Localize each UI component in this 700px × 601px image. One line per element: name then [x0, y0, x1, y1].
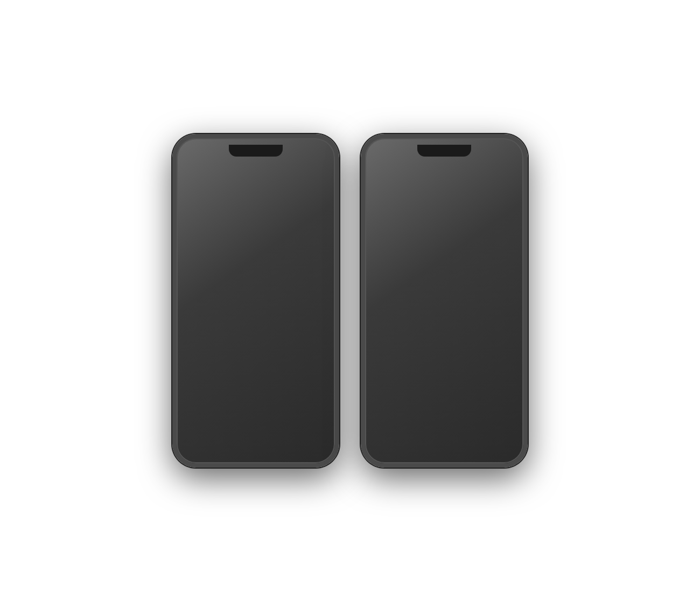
cal-right-light: SMTWTFS 39 27282930123 40 45678910 41 41…	[419, 164, 512, 208]
svg-text:87: 87	[192, 243, 197, 248]
svg-point-4	[224, 250, 229, 256]
weather-widget-large-light[interactable]: Kansas City, MO ↗ H: 87 L: 63 84	[372, 225, 448, 298]
sparkline-svg-dark: 87 86 84 83	[188, 241, 254, 264]
dock-dark	[183, 419, 328, 455]
status-icons-dark: ▪▪▪▪ 5GE ▐▐▐▌	[287, 146, 324, 152]
svg-rect-34	[463, 236, 467, 240]
app-expand-icon[interactable]	[298, 260, 328, 290]
svg-rect-11	[274, 236, 278, 240]
cal-left-light: OCTOBER Thursday 8 ☀ 83°/61°	[377, 164, 414, 208]
svg-line-25	[386, 273, 403, 274]
app-notion-light[interactable]: n	[487, 310, 517, 340]
weather-labels-dark: TFSS	[188, 265, 254, 270]
svg-rect-23	[304, 439, 313, 441]
svg-text:84: 84	[381, 267, 386, 272]
weather-widget-dark[interactable]: Kansas City, MO ↗ 84° Clear 87	[183, 225, 260, 290]
w-temp-big-light: 84	[378, 242, 442, 261]
bottom-app-row-dark: n	[183, 302, 328, 333]
app-music-icon-light[interactable]	[452, 260, 482, 290]
app-maps-icon-light[interactable]	[487, 225, 517, 256]
battery-dark: ▐▐▐▌	[309, 146, 324, 152]
cal-day-number-light: 8	[377, 178, 414, 200]
svg-rect-22	[304, 436, 313, 437]
svg-rect-21	[304, 433, 313, 435]
light-phone: 4:17 ↗ ▪▪▪▪ 5GE ▐▐▐▌ OCTOBER Thursday 8 …	[361, 134, 528, 468]
svg-text:n: n	[310, 313, 314, 322]
time-dark: 4:16 ↗	[187, 145, 208, 153]
status-bar-light: 4:17 ↗ ▪▪▪▪ 5GE ▐▐▐▌	[365, 138, 523, 155]
svg-text:86: 86	[208, 243, 213, 248]
app-icons-right-light	[452, 225, 517, 298]
dock-plus-dark[interactable]	[190, 423, 216, 450]
icon-row-2-light	[452, 260, 517, 290]
battery-light: ▐▐▐▌	[498, 146, 513, 152]
screen-content-dark: OCTOBER Thursday 8 ☀ 83°/61° SMTWTFS 39 …	[177, 155, 335, 336]
dock-list-dark[interactable]	[295, 423, 322, 450]
cal-right-dark: SMTWTFS 39 27282930123 40 45678910 41 41…	[230, 164, 323, 208]
cal-weather-light: ☀ 83°/61°	[377, 202, 414, 208]
app-check-dark[interactable]	[221, 302, 251, 333]
app-notion-dark[interactable]: n	[298, 302, 328, 333]
svg-point-18	[254, 436, 255, 437]
dock-list-light[interactable]	[484, 423, 510, 450]
w-hl-light: H: 87 L: 63	[378, 237, 442, 242]
icon-row-1-dark	[264, 225, 328, 256]
calendar-widget-dark[interactable]: OCTOBER Thursday 8 ☀ 83°/61° SMTWTFS 39 …	[183, 158, 328, 213]
app-grid-icon[interactable]	[264, 225, 294, 256]
cal-weather-dark: ☀ 83°/61°	[188, 202, 225, 208]
sparkline-svg-light: 84 81 78	[378, 263, 442, 286]
app-seedling-light[interactable]	[449, 310, 479, 340]
svg-point-30	[434, 277, 439, 282]
cal-month-light: OCTOBER	[377, 164, 414, 169]
signal-light: ▪▪▪▪ 5GE	[475, 146, 495, 152]
svg-point-15	[275, 276, 278, 279]
cal-grid-light: SMTWTFS 39 27282930123 40 45678910 41 41…	[419, 164, 512, 202]
svg-rect-44	[493, 433, 501, 435]
fantastical-label-dark: Fantastical	[183, 215, 328, 221]
app-icons-right-dark	[264, 225, 328, 290]
app-maps-icon[interactable]	[298, 225, 328, 256]
svg-line-27	[408, 274, 422, 277]
svg-point-20	[257, 436, 258, 437]
svg-point-43	[445, 436, 446, 437]
time-light: 4:17 ↗	[376, 145, 397, 153]
cal-grid-dark: SMTWTFS 39 27282930123 40 45678910 41 41…	[230, 164, 323, 202]
svg-line-1	[197, 250, 208, 251]
status-bar-dark: 4:16 ↗ ▪▪▪▪ 5GE ▐▐▐▌	[177, 138, 335, 155]
app-grid-icon-light[interactable]	[452, 225, 482, 256]
app-leaf-light[interactable]	[372, 310, 402, 340]
cal-day-number-dark: 8	[188, 178, 225, 200]
icon-row-2-dark	[264, 260, 328, 290]
svg-rect-45	[493, 436, 501, 437]
fantastical-label-light: Fantastical	[372, 215, 517, 221]
weather-city-dark: Kansas City, MO ↗	[188, 230, 254, 235]
app-check-light[interactable]	[410, 310, 440, 340]
cal-month-dark: OCTOBER	[188, 164, 225, 169]
svg-point-0	[192, 247, 197, 252]
sparkline-large: 84 81 78	[378, 263, 442, 286]
weather-condition-dark: 84° Clear	[188, 235, 254, 240]
phone-screen-dark: 4:16 ↗ ▪▪▪▪ 5GE ▐▐▐▌ OCTOBER Thursday 8 …	[177, 138, 335, 463]
svg-text:78: 78	[422, 271, 427, 275]
app-leaf-dark[interactable]	[183, 302, 213, 333]
bottom-app-row-light: n	[372, 310, 517, 340]
weather-line-label-dark: Weather Line	[183, 292, 328, 298]
app-music-icon[interactable]	[264, 260, 294, 290]
app-seedling-dark[interactable]	[260, 302, 290, 333]
svg-rect-12	[279, 236, 284, 240]
cal-left-dark: OCTOBER Thursday 8 ☀ 83°/61°	[188, 164, 225, 208]
dock-chat-light[interactable]	[431, 423, 458, 450]
calendar-widget-light[interactable]: OCTOBER Thursday 8 ☀ 83°/61° SMTWTFS 39 …	[372, 158, 517, 213]
signal-dark: ▪▪▪▪ 5GE	[287, 146, 307, 152]
svg-point-2	[208, 248, 213, 253]
svg-rect-14	[279, 241, 284, 245]
svg-rect-13	[274, 241, 278, 245]
cal-day-name-dark: Thursday	[188, 169, 225, 176]
dock-chat-dark[interactable]	[242, 423, 269, 450]
app-expand-icon-light[interactable]	[487, 260, 517, 290]
sparkline-dark: 87 86 84 83	[188, 241, 254, 264]
svg-point-6	[240, 251, 246, 257]
svg-text:83: 83	[239, 243, 243, 248]
dock-plus-light[interactable]	[378, 423, 405, 450]
weather-row-dark: Kansas City, MO ↗ 84° Clear 87	[183, 225, 328, 290]
